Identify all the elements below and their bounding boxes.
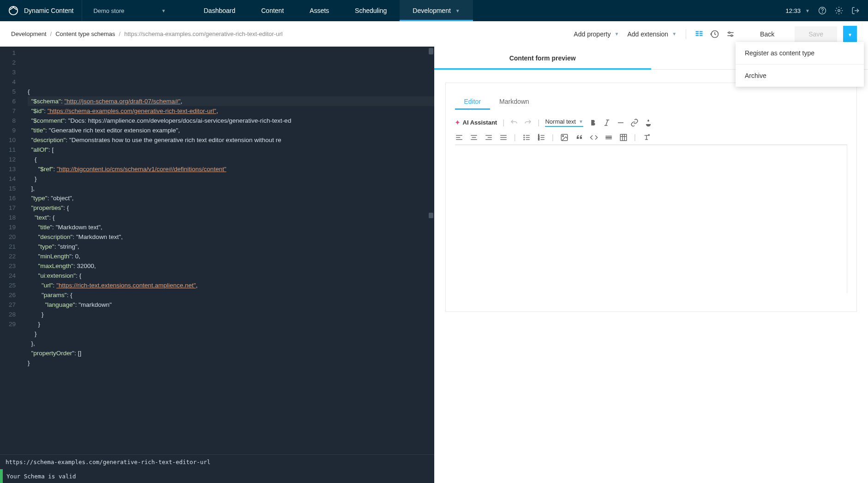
breadcrumb-current: https://schema-examples.com/generative-r… — [124, 30, 282, 37]
chevron-down-icon: ▼ — [579, 119, 583, 124]
breadcrumb: Development / Content type schemas / htt… — [11, 30, 282, 37]
code-editor-pane: 1234567891011121314151617181920212223242… — [0, 47, 434, 483]
preview-body: Editor Markdown ✦ AI Assistant | | Norma… — [434, 70, 868, 483]
rich-text-field-card: Editor Markdown ✦ AI Assistant | | Norma… — [445, 83, 857, 312]
tab-content-form-preview[interactable]: Content form preview — [434, 47, 651, 69]
main-content: 1234567891011121314151617181920212223242… — [0, 47, 868, 483]
rich-text-toolbar: ✦ AI Assistant | | Normal text ▼ — [455, 116, 848, 131]
svg-point-43 — [562, 136, 563, 137]
code-icon[interactable] — [590, 133, 598, 142]
chevron-down-icon: ▼ — [615, 31, 619, 36]
chevron-down-icon: ▼ — [162, 8, 166, 13]
top-bar: Dynamic Content Demo store ▼ Dashboard C… — [0, 0, 868, 21]
scroll-marker — [429, 213, 433, 218]
bold-icon[interactable] — [589, 119, 597, 127]
svg-point-2 — [822, 12, 823, 12]
code-editor[interactable]: 1234567891011121314151617181920212223242… — [0, 47, 434, 454]
svg-text:3: 3 — [538, 138, 539, 141]
logo-area: Dynamic Content — [0, 6, 82, 16]
svg-point-12 — [729, 32, 730, 33]
numbered-list-icon[interactable]: 123 — [537, 133, 545, 142]
add-extension-button[interactable]: Add extension ▼ — [626, 29, 677, 40]
store-name: Demo store — [93, 7, 124, 14]
settings-icon[interactable] — [835, 6, 843, 15]
horizontal-rule-icon[interactable] — [605, 133, 613, 142]
align-center-icon[interactable] — [470, 133, 478, 142]
chevron-down-icon: ▼ — [672, 31, 676, 36]
nav-development[interactable]: Development ▼ — [400, 0, 473, 21]
save-dropdown-button[interactable]: ▼ — [843, 26, 857, 42]
validation-status: Your Schema is valid — [0, 469, 434, 483]
top-nav: Dashboard Content Assets Scheduling Deve… — [191, 0, 473, 21]
strikethrough-icon[interactable] — [617, 119, 625, 127]
image-icon[interactable] — [560, 133, 569, 142]
undo-icon[interactable] — [510, 119, 518, 127]
code-content[interactable]: { "$schema": "http://json-schema.org/dra… — [21, 47, 434, 454]
rt-tab-editor[interactable]: Editor — [455, 93, 491, 110]
redo-icon[interactable] — [524, 119, 532, 127]
save-button[interactable]: Save — [795, 26, 837, 42]
help-icon[interactable] — [818, 6, 826, 15]
history-icon[interactable] — [710, 30, 719, 39]
svg-rect-9 — [700, 35, 703, 36]
rt-tab-markdown[interactable]: Markdown — [490, 93, 539, 110]
svg-point-3 — [838, 10, 840, 12]
app-name: Dynamic Content — [24, 7, 73, 14]
store-selector[interactable]: Demo store ▼ — [82, 0, 177, 21]
nav-content[interactable]: Content — [248, 0, 297, 21]
link-icon[interactable] — [630, 119, 639, 127]
settings-sliders-icon[interactable] — [726, 30, 735, 39]
svg-rect-7 — [700, 31, 703, 32]
top-right: 12:33 ▼ — [786, 6, 868, 15]
preview-pane: Content form preview Definitions Editor … — [434, 47, 868, 483]
menu-register-content-type[interactable]: Register as content type — [736, 42, 864, 65]
svg-line-16 — [606, 120, 608, 125]
line-gutter: 1234567891011121314151617181920212223242… — [0, 47, 21, 454]
sparkle-icon: ✦ — [455, 119, 460, 126]
clock[interactable]: 12:33 ▼ — [786, 7, 810, 14]
svg-point-30 — [524, 135, 525, 136]
panel-layout-icon[interactable] — [694, 30, 704, 39]
align-left-icon[interactable] — [455, 133, 463, 142]
svg-rect-4 — [696, 31, 699, 32]
italic-icon[interactable] — [603, 119, 611, 127]
logout-icon[interactable] — [851, 6, 860, 15]
align-right-icon[interactable] — [485, 133, 493, 142]
menu-archive[interactable]: Archive — [736, 65, 864, 87]
quote-icon[interactable] — [575, 133, 583, 142]
table-icon[interactable] — [619, 133, 628, 142]
nav-dashboard[interactable]: Dashboard — [191, 0, 249, 21]
svg-rect-5 — [696, 33, 699, 34]
svg-rect-6 — [696, 35, 699, 36]
breadcrumb-root[interactable]: Development — [11, 30, 47, 37]
rich-text-toolbar-2: | 123 | | — [455, 131, 848, 145]
sub-actions: Add property ▼ Add extension ▼ Back Save… — [573, 26, 857, 42]
add-property-button[interactable]: Add property ▼ — [573, 29, 620, 40]
scroll-marker — [429, 48, 433, 54]
svg-point-13 — [731, 35, 732, 36]
save-context-menu: Register as content type Archive — [736, 42, 864, 87]
rich-text-content-area[interactable] — [455, 145, 848, 293]
svg-point-31 — [524, 137, 525, 138]
align-justify-icon[interactable] — [499, 133, 508, 142]
back-button[interactable]: Back — [746, 27, 788, 42]
app-logo-icon — [8, 6, 18, 16]
schema-id-footer: https://schema-examples.com/generative-r… — [0, 455, 434, 469]
chevron-down-icon: ▼ — [848, 32, 852, 37]
svg-rect-8 — [700, 33, 703, 34]
ai-assistant-button[interactable]: ✦ AI Assistant — [455, 119, 497, 126]
nav-scheduling[interactable]: Scheduling — [342, 0, 400, 21]
format-select[interactable]: Normal text ▼ — [545, 118, 583, 127]
breadcrumb-schemas[interactable]: Content type schemas — [55, 30, 115, 37]
clear-format-icon[interactable] — [642, 133, 651, 142]
chevron-down-icon: ▼ — [805, 8, 810, 13]
bullet-list-icon[interactable] — [522, 133, 531, 142]
chevron-down-icon: ▼ — [455, 8, 460, 13]
rich-text-tabs: Editor Markdown — [455, 93, 848, 110]
svg-rect-47 — [620, 134, 627, 141]
nav-assets[interactable]: Assets — [297, 0, 342, 21]
svg-point-32 — [524, 139, 525, 140]
anchor-icon[interactable] — [644, 119, 652, 127]
editor-footer: https://schema-examples.com/generative-r… — [0, 454, 434, 483]
